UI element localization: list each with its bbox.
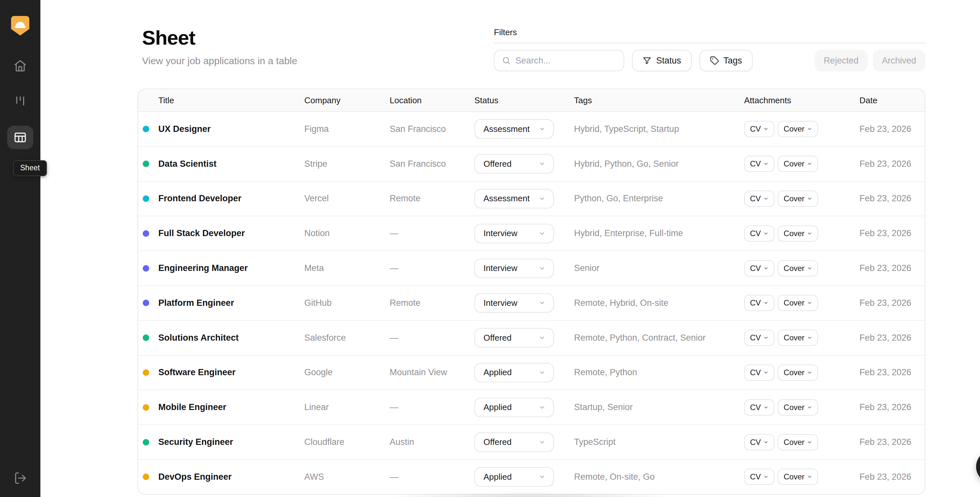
table-row[interactable]: Full Stack Developer Notion — Interview … — [138, 216, 924, 251]
status-value: Assessment — [484, 124, 530, 134]
cv-attachment-button[interactable]: CV — [744, 468, 775, 485]
status-dropdown[interactable]: Applied — [474, 467, 554, 487]
kanban-icon — [13, 94, 27, 108]
status-dropdown[interactable]: Interview — [474, 259, 554, 278]
tags-cell: TypeScript — [574, 437, 744, 447]
table-row[interactable]: Software Engineer Google Mountain View A… — [138, 356, 924, 391]
chevron-down-icon — [539, 195, 546, 202]
status-dropdown[interactable]: Offered — [474, 154, 554, 174]
chevron-down-icon — [807, 266, 812, 271]
search-input[interactable] — [515, 56, 616, 66]
cv-attachment-button[interactable]: CV — [744, 434, 775, 451]
company-cell: Cloudflare — [304, 437, 390, 447]
column-header-status: Status — [474, 95, 574, 106]
tags-cell: Python, Go, Enterprise — [574, 194, 744, 203]
cv-attachment-button[interactable]: CV — [744, 330, 775, 346]
cv-attachment-button[interactable]: CV — [744, 399, 775, 416]
cover-attachment-button[interactable]: Cover — [778, 191, 818, 207]
status-dropdown[interactable]: Assessment — [474, 119, 554, 139]
cv-attachment-button[interactable]: CV — [744, 295, 775, 311]
cover-attachment-button[interactable]: Cover — [778, 225, 818, 242]
tags-cell: Startup, Senior — [574, 402, 744, 412]
sidebar-item-home[interactable] — [7, 54, 33, 78]
date-cell: Feb 23, 2026 — [859, 437, 924, 447]
search-box[interactable] — [494, 50, 624, 71]
table-row[interactable]: Security Engineer Cloudflare Austin Offe… — [138, 425, 924, 460]
cover-label: Cover — [784, 159, 804, 168]
status-dot — [143, 230, 149, 237]
status-dot — [143, 300, 149, 306]
sidebar-item-sheet[interactable] — [7, 126, 33, 149]
chevron-down-icon — [807, 231, 812, 236]
filters-label: Filters — [494, 27, 925, 37]
table-row[interactable]: Engineering Manager Meta — Interview Sen… — [138, 251, 924, 286]
date-cell: Feb 23, 2026 — [859, 333, 924, 343]
tags-filter-label: Tags — [724, 56, 742, 66]
attachments-cell: CV Cover — [744, 121, 859, 137]
chevron-down-icon — [764, 126, 768, 132]
status-dropdown[interactable]: Assessment — [474, 189, 554, 208]
sidebar-item-kanban[interactable] — [7, 89, 33, 113]
archive-filter-group: Rejected Archived — [815, 50, 925, 71]
cover-attachment-button[interactable]: Cover — [778, 260, 818, 276]
location-cell: San Francisco — [390, 124, 474, 134]
status-filter-label: Status — [656, 56, 681, 66]
cv-attachment-button[interactable]: CV — [744, 364, 775, 381]
status-dropdown[interactable]: Interview — [474, 293, 554, 313]
cover-attachment-button[interactable]: Cover — [778, 156, 818, 172]
table-row[interactable]: Frontend Developer Vercel Remote Assessm… — [138, 182, 924, 217]
company-cell: Vercel — [304, 194, 390, 203]
cover-attachment-button[interactable]: Cover — [778, 364, 818, 381]
cover-attachment-button[interactable]: Cover — [778, 295, 818, 311]
table-row[interactable]: UX Designer Figma San Francisco Assessme… — [138, 112, 924, 147]
archived-filter-button[interactable]: Archived — [873, 50, 925, 71]
cv-label: CV — [750, 159, 761, 168]
chevron-down-icon — [764, 196, 768, 201]
table-row[interactable]: Data Scientist Stripe San Francisco Offe… — [138, 147, 924, 182]
cover-label: Cover — [784, 472, 804, 481]
cover-attachment-button[interactable]: Cover — [778, 468, 818, 485]
cv-attachment-button[interactable]: CV — [744, 121, 775, 137]
chevron-down-icon — [764, 231, 768, 236]
app-logo — [10, 16, 30, 37]
cover-attachment-button[interactable]: Cover — [778, 330, 818, 346]
add-application-button[interactable] — [976, 450, 980, 483]
table-row[interactable]: Solutions Architect Salesforce — Offered… — [138, 321, 924, 356]
chevron-down-icon — [764, 300, 768, 305]
cover-attachment-button[interactable]: Cover — [778, 399, 818, 416]
chevron-down-icon — [539, 160, 546, 167]
funnel-icon — [643, 56, 652, 65]
cover-attachment-button[interactable]: Cover — [778, 121, 818, 137]
tags-filter-button[interactable]: Tags — [700, 50, 752, 71]
chevron-down-icon — [807, 196, 812, 201]
cv-label: CV — [750, 229, 761, 238]
rejected-filter-button[interactable]: Rejected — [815, 50, 868, 71]
status-dropdown[interactable]: Applied — [474, 398, 554, 417]
status-dropdown[interactable]: Applied — [474, 363, 554, 383]
status-dot — [143, 369, 149, 376]
cover-label: Cover — [784, 124, 804, 133]
status-dot — [143, 439, 149, 446]
status-dropdown[interactable]: Offered — [474, 432, 554, 452]
column-header-date: Date — [859, 95, 924, 106]
status-dropdown[interactable]: Offered — [474, 328, 554, 348]
job-title: UX Designer — [158, 124, 211, 134]
sidebar-item-logout[interactable] — [7, 466, 33, 490]
cv-attachment-button[interactable]: CV — [744, 191, 775, 207]
attachments-cell: CV Cover — [744, 260, 859, 276]
chevron-down-icon — [807, 300, 812, 305]
table-row[interactable]: Platform Engineer GitHub Remote Intervie… — [138, 286, 924, 321]
table-row[interactable]: Mobile Engineer Linear — Applied Startup… — [138, 390, 924, 425]
date-cell: Feb 23, 2026 — [859, 367, 924, 378]
cv-attachment-button[interactable]: CV — [744, 225, 775, 242]
attachments-cell: CV Cover — [744, 330, 859, 346]
cover-label: Cover — [784, 229, 804, 238]
job-title-cell: Data Scientist — [138, 159, 304, 169]
cv-attachment-button[interactable]: CV — [744, 156, 775, 172]
cover-attachment-button[interactable]: Cover — [778, 434, 818, 451]
status-dropdown[interactable]: Interview — [474, 224, 554, 243]
status-cell: Offered — [474, 154, 574, 174]
table-row[interactable]: DevOps Engineer AWS — Applied Remote, On… — [138, 460, 924, 494]
status-filter-button[interactable]: Status — [632, 50, 692, 71]
cv-attachment-button[interactable]: CV — [744, 260, 775, 276]
